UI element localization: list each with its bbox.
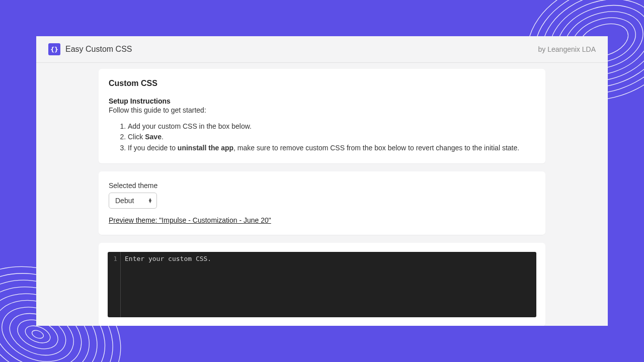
step-text: Click <box>128 133 145 141</box>
editor-card: 1 Enter your custom CSS. <box>99 243 545 326</box>
step-bold: uninstall the app <box>178 144 233 152</box>
header: {} Easy Custom CSS by Leangenix LDA <box>36 36 608 63</box>
app-logo-icon: {} <box>48 43 60 55</box>
app-title: Easy Custom CSS <box>65 45 132 54</box>
theme-card: Selected theme Debut ▲▼ Preview theme: "… <box>99 171 545 235</box>
step-text: , make sure to remove custom CSS from th… <box>233 144 519 152</box>
editor-textarea[interactable]: Enter your custom CSS. <box>121 252 536 317</box>
instruction-step: Click Save. <box>128 132 535 142</box>
main-content: Custom CSS Setup Instructions Follow thi… <box>36 63 608 326</box>
instruction-step: If you decide to uninstall the app, make… <box>128 143 535 153</box>
instructions-title: Custom CSS <box>109 79 535 88</box>
step-text: If you decide to <box>128 144 178 152</box>
step-text: . <box>162 133 164 141</box>
step-bold: Save <box>145 133 162 141</box>
theme-label: Selected theme <box>109 182 535 190</box>
instructions-list: Add your custom CSS in the box below. Cl… <box>109 121 535 153</box>
editor-gutter: 1 <box>108 252 121 317</box>
theme-select-wrapper: Debut ▲▼ <box>109 193 157 209</box>
setup-heading: Setup Instructions <box>109 97 535 105</box>
header-left: {} Easy Custom CSS <box>48 43 132 55</box>
theme-select[interactable]: Debut <box>109 193 157 209</box>
css-editor[interactable]: 1 Enter your custom CSS. <box>108 252 536 317</box>
svg-point-18 <box>31 329 44 340</box>
svg-point-17 <box>23 322 52 346</box>
setup-intro: Follow this guide to get started: <box>109 106 535 114</box>
app-window: {} Easy Custom CSS by Leangenix LDA Cust… <box>36 36 608 326</box>
instruction-step: Add your custom CSS in the box below. <box>128 121 535 131</box>
instructions-card: Custom CSS Setup Instructions Follow thi… <box>99 69 545 163</box>
preview-theme-link[interactable]: Preview theme: "Impulse - Customization … <box>109 216 271 224</box>
vendor-attribution: by Leangenix LDA <box>538 45 596 53</box>
